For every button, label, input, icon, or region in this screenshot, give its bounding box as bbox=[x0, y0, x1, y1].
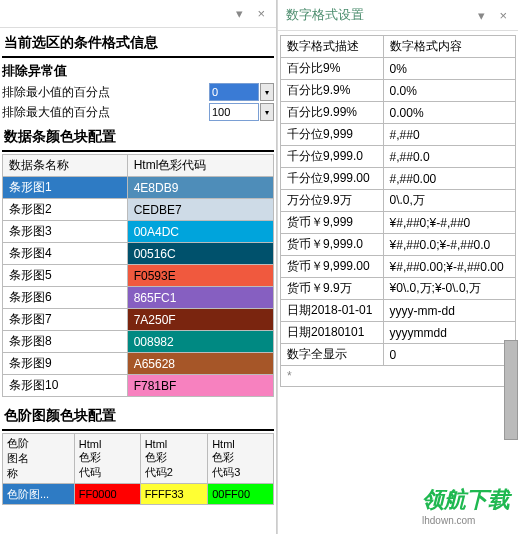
fmt-cell[interactable]: ¥#,##0;¥-#,##0 bbox=[383, 212, 515, 234]
table-row[interactable]: 条形图10F781BF bbox=[3, 375, 274, 397]
min-label: 排除最小值的百分点 bbox=[2, 84, 209, 101]
fmt-cell[interactable]: 货币￥9,999.00 bbox=[281, 256, 384, 278]
table-row[interactable]: 百分比9%0% bbox=[281, 58, 516, 80]
table-row[interactable]: 千分位9,999#,##0 bbox=[281, 124, 516, 146]
min-input[interactable] bbox=[209, 83, 259, 101]
fmt-cell[interactable]: 货币￥9,999.0 bbox=[281, 234, 384, 256]
col-bar-name: 数据条名称 bbox=[3, 155, 128, 177]
fmt-cell[interactable]: 千分位9,999.00 bbox=[281, 168, 384, 190]
grad-cell[interactable]: FF0000 bbox=[74, 484, 140, 505]
fmt-cell[interactable]: #,##0 bbox=[383, 124, 515, 146]
table-row[interactable]: 千分位9,999.0#,##0.0 bbox=[281, 146, 516, 168]
fmt-cell[interactable]: 千分位9,999.0 bbox=[281, 146, 384, 168]
dropdown-icon[interactable]: ▾ bbox=[475, 8, 488, 23]
bar-code-cell[interactable]: 00A4DC bbox=[127, 221, 273, 243]
fmt-cell[interactable]: 数字全显示 bbox=[281, 344, 384, 366]
max-row: 排除最大值的百分点 ▾ bbox=[2, 102, 274, 122]
table-row[interactable]: 条形图8008982 bbox=[3, 331, 274, 353]
bar-code-cell[interactable]: F0593E bbox=[127, 265, 273, 287]
fmt-cell[interactable]: yyyymmdd bbox=[383, 322, 515, 344]
close-icon[interactable]: × bbox=[496, 8, 510, 23]
fmt-cell[interactable]: ¥0\.0,万;¥-0\.0,万 bbox=[383, 278, 515, 300]
bar-code-cell[interactable]: 4E8DB9 bbox=[127, 177, 273, 199]
bar-name-cell[interactable]: 条形图5 bbox=[3, 265, 128, 287]
table-row[interactable]: 货币￥9,999¥#,##0;¥-#,##0 bbox=[281, 212, 516, 234]
fmt-cell[interactable]: 0\.0,万 bbox=[383, 190, 515, 212]
fmt-cell[interactable]: 万分位9.9万 bbox=[281, 190, 384, 212]
fmt-cell[interactable]: 百分比9.99% bbox=[281, 102, 384, 124]
table-row[interactable]: 条形图77A250F bbox=[3, 309, 274, 331]
table-row[interactable]: 条形图400516C bbox=[3, 243, 274, 265]
dropdown-icon[interactable]: ▾ bbox=[233, 6, 246, 21]
table-row[interactable]: 数字全显示0 bbox=[281, 344, 516, 366]
fmt-cell[interactable]: 0.00% bbox=[383, 102, 515, 124]
fmt-cell[interactable]: 货币￥9,999 bbox=[281, 212, 384, 234]
grad-cell[interactable]: 色阶图... bbox=[3, 484, 75, 505]
new-row-marker[interactable]: * bbox=[281, 366, 516, 387]
grad-cell[interactable]: 00FF00 bbox=[208, 484, 274, 505]
fmt-cell[interactable]: 百分比9% bbox=[281, 58, 384, 80]
bar-name-cell[interactable]: 条形图4 bbox=[3, 243, 128, 265]
bar-code-cell[interactable]: 865FC1 bbox=[127, 287, 273, 309]
table-row[interactable]: 货币￥9,999.00¥#,##0.00;¥-#,##0.00 bbox=[281, 256, 516, 278]
fmt-cell[interactable]: 日期20180101 bbox=[281, 322, 384, 344]
max-spinner[interactable]: ▾ bbox=[209, 103, 274, 121]
chevron-down-icon[interactable]: ▾ bbox=[260, 83, 274, 101]
fmt-cell[interactable]: 日期2018-01-01 bbox=[281, 300, 384, 322]
col-content: 数字格式内容 bbox=[383, 36, 515, 58]
min-row: 排除最小值的百分点 ▾ bbox=[2, 82, 274, 102]
bar-name-cell[interactable]: 条形图3 bbox=[3, 221, 128, 243]
grad-col: Html 色彩 代码3 bbox=[208, 434, 274, 484]
table-row[interactable]: 日期2018-01-01yyyy-mm-dd bbox=[281, 300, 516, 322]
table-row[interactable]: * bbox=[281, 366, 516, 387]
table-row[interactable]: 百分比9.9%0.0% bbox=[281, 80, 516, 102]
table-row[interactable]: 货币￥9.9万¥0\.0,万;¥-0\.0,万 bbox=[281, 278, 516, 300]
fmt-cell[interactable]: ¥#,##0.0;¥-#,##0.0 bbox=[383, 234, 515, 256]
fmt-cell[interactable]: 百分比9.9% bbox=[281, 80, 384, 102]
max-input[interactable] bbox=[209, 103, 259, 121]
bar-code-cell[interactable]: A65628 bbox=[127, 353, 273, 375]
bar-code-cell[interactable]: 008982 bbox=[127, 331, 273, 353]
table-row[interactable]: 条形图6865FC1 bbox=[3, 287, 274, 309]
min-spinner[interactable]: ▾ bbox=[209, 83, 274, 101]
bar-name-cell[interactable]: 条形图7 bbox=[3, 309, 128, 331]
table-row[interactable]: 日期20180101yyyymmdd bbox=[281, 322, 516, 344]
scrollbar-thumb[interactable] bbox=[504, 340, 518, 440]
chevron-down-icon[interactable]: ▾ bbox=[260, 103, 274, 121]
bar-name-cell[interactable]: 条形图8 bbox=[3, 331, 128, 353]
grad-col: 色阶 图名 称 bbox=[3, 434, 75, 484]
gradient-heading: 色阶图颜色块配置 bbox=[2, 403, 274, 431]
table-row[interactable]: 万分位9.9万0\.0,万 bbox=[281, 190, 516, 212]
fmt-cell[interactable]: 0 bbox=[383, 344, 515, 366]
fmt-cell[interactable]: yyyy-mm-dd bbox=[383, 300, 515, 322]
bar-code-cell[interactable]: 7A250F bbox=[127, 309, 273, 331]
table-row[interactable]: 条形图2CEDBE7 bbox=[3, 199, 274, 221]
fmt-cell[interactable]: #,##0.00 bbox=[383, 168, 515, 190]
databar-heading: 数据条颜色块配置 bbox=[2, 124, 274, 152]
fmt-cell[interactable]: 千分位9,999 bbox=[281, 124, 384, 146]
right-title: 数字格式设置 bbox=[286, 6, 364, 24]
bar-code-cell[interactable]: F781BF bbox=[127, 375, 273, 397]
fmt-cell[interactable]: 0% bbox=[383, 58, 515, 80]
bar-code-cell[interactable]: CEDBE7 bbox=[127, 199, 273, 221]
table-row[interactable]: 条形图300A4DC bbox=[3, 221, 274, 243]
table-row[interactable]: 货币￥9,999.0¥#,##0.0;¥-#,##0.0 bbox=[281, 234, 516, 256]
bar-name-cell[interactable]: 条形图9 bbox=[3, 353, 128, 375]
fmt-cell[interactable]: ¥#,##0.00;¥-#,##0.00 bbox=[383, 256, 515, 278]
bar-name-cell[interactable]: 条形图2 bbox=[3, 199, 128, 221]
fmt-cell[interactable]: 货币￥9.9万 bbox=[281, 278, 384, 300]
bar-name-cell[interactable]: 条形图1 bbox=[3, 177, 128, 199]
table-row[interactable]: 条形图14E8DB9 bbox=[3, 177, 274, 199]
bar-code-cell[interactable]: 00516C bbox=[127, 243, 273, 265]
table-row[interactable]: 条形图9A65628 bbox=[3, 353, 274, 375]
databar-table: 数据条名称 Html色彩代码 条形图14E8DB9条形图2CEDBE7条形图30… bbox=[2, 154, 274, 397]
close-icon[interactable]: × bbox=[254, 6, 268, 21]
grad-cell[interactable]: FFFF33 bbox=[140, 484, 208, 505]
table-row[interactable]: 百分比9.99%0.00% bbox=[281, 102, 516, 124]
fmt-cell[interactable]: 0.0% bbox=[383, 80, 515, 102]
fmt-cell[interactable]: #,##0.0 bbox=[383, 146, 515, 168]
bar-name-cell[interactable]: 条形图6 bbox=[3, 287, 128, 309]
table-row[interactable]: 条形图5F0593E bbox=[3, 265, 274, 287]
bar-name-cell[interactable]: 条形图10 bbox=[3, 375, 128, 397]
table-row[interactable]: 千分位9,999.00#,##0.00 bbox=[281, 168, 516, 190]
